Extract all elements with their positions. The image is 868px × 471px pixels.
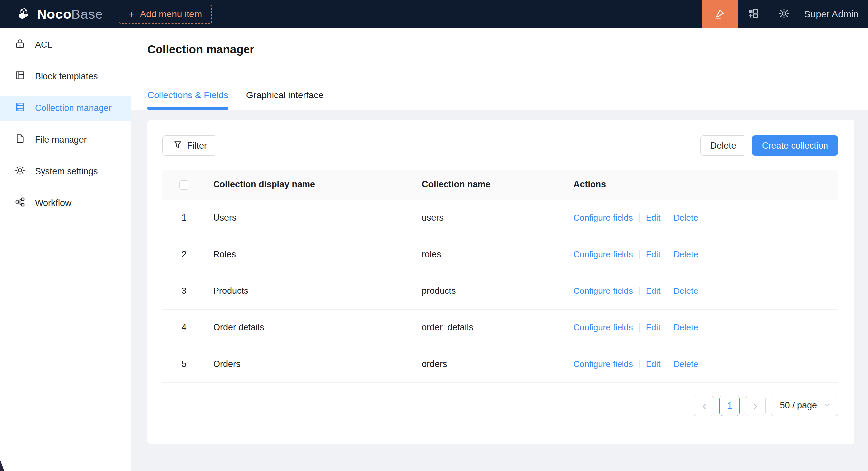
- page-title: Collection manager: [147, 28, 868, 56]
- sidebar-item-label: Block templates: [35, 71, 98, 82]
- sidebar-item-acl[interactable]: ACL: [0, 32, 131, 58]
- table-row[interactable]: 2 Roles roles Configure fieldsEditDelete: [162, 236, 838, 273]
- action-divider: [639, 250, 640, 259]
- edit-link[interactable]: Edit: [646, 213, 661, 223]
- configure-fields-link[interactable]: Configure fields: [574, 286, 633, 296]
- active-tab-inkbar: [147, 107, 228, 110]
- main-area: Collection manager Collections & Fields …: [131, 28, 868, 471]
- action-divider: [639, 213, 640, 222]
- gear-icon: [14, 165, 26, 178]
- delete-link[interactable]: Delete: [673, 213, 698, 223]
- action-divider: [639, 287, 640, 295]
- table-header-row: Collection display name Collection name …: [162, 170, 838, 200]
- page-1-button[interactable]: 1: [719, 396, 740, 416]
- nocobase-logo[interactable]: NocoBase: [17, 7, 103, 22]
- sidebar-item-label: System settings: [35, 166, 98, 176]
- sidebar-item-label: Workflow: [35, 198, 71, 208]
- sidebar-item-label: Collection manager: [35, 103, 112, 113]
- system-settings-button[interactable]: [769, 0, 800, 28]
- row-index: 2: [162, 236, 205, 273]
- action-divider: [639, 323, 640, 332]
- sidebar-item-system-settings[interactable]: System settings: [0, 159, 131, 184]
- cell-name: products: [414, 273, 565, 309]
- sidebar-nav: ACL Block templates Collection manager: [0, 28, 131, 471]
- edit-link[interactable]: Edit: [646, 359, 661, 369]
- edit-link[interactable]: Edit: [646, 286, 661, 296]
- cell-display-name: Order details: [205, 309, 414, 346]
- cell-actions: Configure fieldsEditDelete: [565, 236, 838, 273]
- plugin-grid-icon: [747, 8, 759, 21]
- prev-page-button[interactable]: ‹: [694, 396, 714, 416]
- delete-link[interactable]: Delete: [673, 286, 698, 296]
- cell-display-name: Orders: [205, 346, 414, 382]
- delete-link[interactable]: Delete: [673, 323, 698, 332]
- tab-graphical-interface[interactable]: Graphical interface: [246, 90, 323, 110]
- cell-name: users: [414, 200, 565, 236]
- cell-actions: Configure fieldsEditDelete: [565, 309, 838, 346]
- chevron-left-icon: ‹: [702, 399, 706, 412]
- highlighter-icon: [713, 7, 726, 21]
- row-index: 3: [162, 273, 205, 309]
- collection-card: Filter Delete Create collection Collec: [147, 120, 855, 444]
- tab-collections-fields[interactable]: Collections & Fields: [147, 90, 228, 110]
- configure-fields-link[interactable]: Configure fields: [574, 249, 633, 259]
- chevron-right-icon: ›: [754, 399, 757, 412]
- edit-link[interactable]: Edit: [646, 323, 661, 332]
- cell-name: order_details: [414, 309, 565, 346]
- workflow-icon: [14, 196, 26, 210]
- create-collection-button[interactable]: Create collection: [752, 135, 838, 156]
- select-all-checkbox[interactable]: [179, 180, 188, 190]
- action-divider: [639, 360, 640, 368]
- cell-actions: Configure fieldsEditDelete: [565, 273, 838, 309]
- sidebar-item-file-manager[interactable]: File manager: [0, 127, 131, 153]
- configure-fields-link[interactable]: Configure fields: [574, 323, 633, 332]
- layout-icon: [14, 70, 26, 83]
- configure-fields-link[interactable]: Configure fields: [574, 359, 633, 369]
- table-row[interactable]: 4 Order details order_details Configure …: [162, 309, 838, 346]
- add-menu-item-label: Add menu item: [140, 9, 202, 20]
- delete-link[interactable]: Delete: [673, 249, 698, 259]
- collection-icon: [14, 101, 26, 115]
- gear-icon: [778, 7, 790, 21]
- configure-fields-link[interactable]: Configure fields: [574, 213, 633, 223]
- row-index: 1: [162, 200, 205, 236]
- sidebar-item-label: ACL: [35, 40, 52, 50]
- page-size-select[interactable]: 50 / page: [771, 396, 838, 416]
- nocobase-wordmark: NocoBase: [37, 7, 103, 22]
- filter-button[interactable]: Filter: [162, 135, 217, 156]
- cell-name: roles: [414, 236, 565, 273]
- sidebar-item-workflow[interactable]: Workflow: [0, 190, 131, 216]
- top-header-bar: NocoBase + Add menu item: [0, 0, 868, 28]
- cell-actions: Configure fieldsEditDelete: [565, 346, 838, 382]
- table-row[interactable]: 5 Orders orders Configure fieldsEditDele…: [162, 346, 838, 382]
- user-name: Super Admin: [804, 9, 859, 20]
- cell-display-name: Roles: [205, 236, 414, 273]
- sidebar-item-label: File manager: [35, 135, 87, 145]
- ui-editor-button[interactable]: [702, 0, 738, 28]
- action-divider: [666, 360, 667, 368]
- toolbar: Filter Delete Create collection: [162, 135, 838, 156]
- action-divider: [666, 213, 667, 222]
- edit-link[interactable]: Edit: [646, 249, 661, 259]
- content-area: Filter Delete Create collection Collec: [131, 110, 868, 471]
- table-row[interactable]: 1 Users users Configure fieldsEditDelete: [162, 200, 838, 236]
- action-divider: [666, 287, 667, 295]
- page-header: Collection manager Collections & Fields …: [131, 28, 868, 110]
- sidebar-item-collection-manager[interactable]: Collection manager: [0, 96, 131, 121]
- tab-bar: Collections & Fields Graphical interface: [147, 90, 323, 110]
- nocobase-cube-icon: [17, 7, 32, 22]
- user-menu[interactable]: Super Admin: [800, 9, 868, 20]
- add-menu-item-button[interactable]: + Add menu item: [119, 5, 212, 24]
- sidebar-item-block-templates[interactable]: Block templates: [0, 64, 131, 89]
- plugin-manager-button[interactable]: [738, 0, 769, 28]
- delete-button[interactable]: Delete: [700, 135, 746, 156]
- collections-table: Collection display name Collection name …: [162, 170, 838, 383]
- select-all-cell: [162, 170, 205, 200]
- col-header-display-name: Collection display name: [205, 170, 414, 200]
- file-icon: [14, 133, 26, 146]
- table-row[interactable]: 3 Products products Configure fieldsEdit…: [162, 273, 838, 309]
- row-index: 5: [162, 346, 205, 382]
- delete-link[interactable]: Delete: [673, 359, 698, 369]
- next-page-button[interactable]: ›: [745, 396, 766, 416]
- row-index: 4: [162, 309, 205, 346]
